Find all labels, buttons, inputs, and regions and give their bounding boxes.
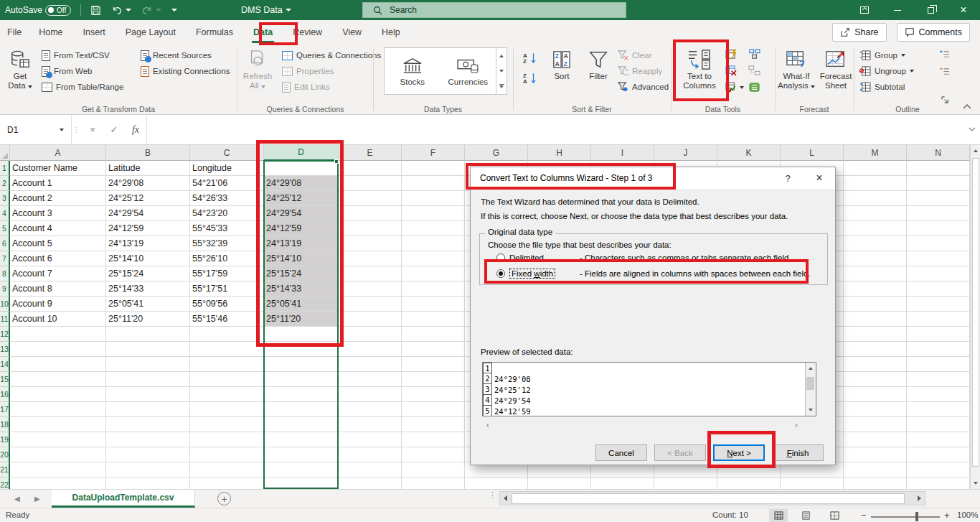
remove-duplicates-button[interactable] (725, 65, 744, 78)
column-header-n[interactable]: N (907, 145, 970, 161)
cell-N16[interactable] (907, 387, 970, 402)
scroll-left-button[interactable] (500, 495, 511, 501)
scroll-down-button[interactable] (971, 477, 980, 489)
cell-B6[interactable]: 24°13'19 (106, 236, 190, 251)
row-header-1[interactable]: 1 (0, 161, 10, 176)
cancel-entry-button[interactable]: × (82, 115, 103, 144)
flash-fill-button[interactable] (725, 49, 744, 61)
cell-B12[interactable] (106, 327, 190, 342)
from-table-range-button[interactable]: From Table/Range (42, 79, 123, 95)
cell-D12[interactable] (264, 327, 339, 342)
existing-connections-button[interactable]: Existing Connections (141, 63, 230, 79)
cell-A10[interactable]: Account 9 (10, 297, 106, 312)
tab-page-layout[interactable]: Page Layout (116, 20, 186, 45)
zoom-level[interactable]: 100% (957, 511, 978, 519)
cell-D9[interactable]: 25°14'33 (264, 281, 339, 297)
cell-N18[interactable] (907, 417, 970, 432)
cell-B16[interactable] (106, 387, 190, 402)
cell-M13[interactable] (844, 342, 907, 357)
cell-D8[interactable]: 25°15'24 (264, 266, 339, 281)
cell-N2[interactable] (907, 176, 970, 191)
cell-E16[interactable] (339, 387, 402, 402)
cell-C2[interactable]: 54°21'06 (190, 176, 264, 191)
cell-D16[interactable] (264, 387, 339, 402)
cell-M6[interactable] (844, 236, 907, 251)
cell-M11[interactable] (844, 312, 907, 327)
cell-C20[interactable] (190, 447, 264, 462)
cell-M5[interactable] (844, 221, 907, 236)
cell-C10[interactable]: 55°09'56 (190, 297, 264, 312)
dialog-help-button[interactable]: ? (772, 167, 804, 189)
name-box[interactable]: D1 (0, 115, 72, 144)
cell-A14[interactable] (10, 357, 106, 372)
cell-A1[interactable]: Customer Name (10, 161, 106, 176)
cell-N5[interactable] (907, 221, 970, 236)
selection-fill-handle[interactable] (334, 159, 339, 164)
cell-G22[interactable] (465, 477, 528, 489)
row-header-20[interactable]: 20 (0, 447, 10, 462)
column-header-k[interactable]: K (717, 145, 781, 161)
refresh-all-button[interactable]: Refresh All (239, 45, 276, 103)
cell-C16[interactable] (190, 387, 264, 402)
subtotal-button[interactable]: Subtotal (859, 79, 914, 95)
select-all-corner[interactable] (0, 145, 10, 161)
row-header-9[interactable]: 9 (0, 281, 10, 297)
cell-M22[interactable] (844, 477, 907, 489)
page-layout-view-button[interactable] (796, 509, 815, 522)
formula-input[interactable] (146, 115, 964, 144)
cell-B19[interactable] (106, 432, 190, 447)
cell-A2[interactable]: Account 1 (10, 176, 106, 191)
cell-A4[interactable]: Account 3 (10, 206, 106, 221)
column-header-b[interactable]: B (106, 145, 190, 161)
minimize-button[interactable] (881, 0, 914, 20)
cell-D2[interactable]: 24°29'08 (264, 176, 339, 191)
cell-C19[interactable] (190, 432, 264, 447)
clear-filter-button[interactable]: Clear (618, 47, 669, 63)
text-to-columns-button[interactable]: Text to Columns (677, 45, 722, 103)
cell-M10[interactable] (844, 297, 907, 312)
sheet-next-button[interactable]: ▶ (34, 495, 40, 503)
insert-function-button[interactable]: fx (125, 115, 146, 144)
cell-A20[interactable] (10, 447, 106, 462)
outline-dialog-launcher[interactable] (941, 96, 949, 106)
cell-B13[interactable] (106, 342, 190, 357)
cell-D11[interactable]: 25°11'20 (264, 312, 339, 327)
close-button[interactable]: × (947, 0, 980, 20)
cell-F12[interactable] (402, 327, 465, 342)
column-header-c[interactable]: C (190, 145, 264, 161)
formula-bar-grip[interactable]: ⋮ (72, 115, 82, 144)
preview-scroll-up[interactable] (806, 363, 816, 374)
cell-F4[interactable] (402, 206, 465, 221)
tab-view[interactable]: View (332, 20, 372, 45)
cell-M4[interactable] (844, 206, 907, 221)
cell-N21[interactable] (907, 462, 970, 477)
cell-D3[interactable]: 24°25'12 (264, 191, 339, 206)
cell-N1[interactable] (907, 161, 970, 176)
show-detail-button[interactable] (938, 50, 950, 60)
cell-N3[interactable] (907, 191, 970, 206)
column-header-h[interactable]: H (528, 145, 591, 161)
cell-D6[interactable]: 24°13'19 (264, 236, 339, 251)
from-text-csv-button[interactable]: From Text/CSV (42, 47, 123, 63)
cell-B2[interactable]: 24°29'08 (106, 176, 190, 191)
cell-D15[interactable] (264, 372, 339, 387)
tab-scrollbar-divider[interactable]: ⋮ (489, 493, 494, 497)
cell-C7[interactable]: 55°26'10 (190, 251, 264, 266)
cell-F1[interactable] (402, 161, 465, 176)
preview-scroll-thumb[interactable] (806, 377, 814, 390)
sort-az-button[interactable]: AZ (523, 49, 536, 69)
row-header-11[interactable]: 11 (0, 312, 10, 327)
cell-N6[interactable] (907, 236, 970, 251)
ribbon-display-options-button[interactable] (848, 0, 881, 20)
cell-C4[interactable]: 54°23'20 (190, 206, 264, 221)
tab-formulas[interactable]: Formulas (186, 20, 243, 45)
cell-E7[interactable] (339, 251, 402, 266)
stocks-button[interactable]: Stocks (385, 48, 440, 94)
cell-D22[interactable] (264, 477, 339, 489)
data-validation-button[interactable] (725, 82, 744, 93)
tab-review[interactable]: Review (283, 20, 332, 45)
cell-C14[interactable] (190, 357, 264, 372)
edit-links-button[interactable]: Edit Links (282, 79, 381, 95)
cell-N4[interactable] (907, 206, 970, 221)
cell-L22[interactable] (781, 477, 844, 489)
